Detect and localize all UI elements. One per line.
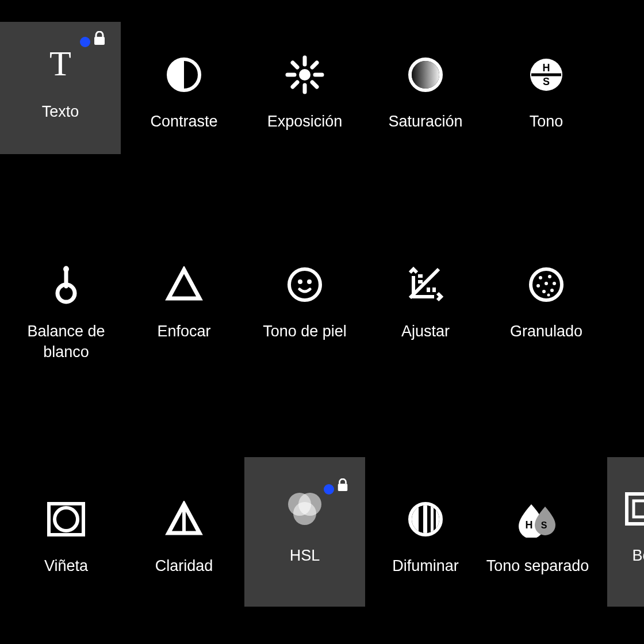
sharpen-icon (164, 259, 204, 310)
svg-rect-50 (423, 505, 427, 533)
svg-text:T: T (49, 45, 71, 83)
svg-point-37 (550, 289, 554, 292)
svg-rect-57 (627, 494, 644, 524)
svg-rect-58 (634, 501, 644, 517)
hsl-icon (283, 483, 326, 535)
tool-label: Texto (42, 101, 79, 122)
svg-rect-1 (94, 37, 105, 45)
svg-point-22 (289, 269, 320, 300)
tone-icon: H S (528, 49, 565, 101)
lock-icon (336, 478, 349, 492)
tool-label: Saturación (388, 111, 462, 132)
badge-dot-icon (80, 37, 90, 47)
split-tone-icon: H S (515, 493, 560, 545)
tool-saturacion[interactable]: Saturación (365, 32, 486, 132)
svg-rect-49 (419, 505, 423, 533)
contrast-icon (166, 49, 202, 101)
clarity-icon (164, 493, 204, 545)
svg-point-38 (547, 294, 550, 297)
grain-icon (528, 259, 565, 310)
svg-text:H: H (543, 62, 550, 74)
skin-tone-icon (286, 259, 323, 310)
svg-line-10 (312, 63, 317, 67)
tool-balance-blanco[interactable]: Balance de blanco (6, 241, 126, 363)
tool-ajustar[interactable]: Ajustar (365, 241, 486, 342)
tool-claridad[interactable]: Claridad (124, 476, 244, 576)
exposure-icon (284, 49, 325, 101)
tool-tono-piel[interactable]: Tono de piel (244, 241, 365, 342)
tool-label: Tono separado (486, 555, 589, 576)
crop-icon (623, 483, 644, 535)
svg-point-34 (536, 284, 540, 288)
svg-point-24 (307, 279, 312, 284)
fade-icon (407, 493, 444, 545)
tool-tono[interactable]: H S Tono (486, 32, 607, 132)
adjust-icon (405, 259, 446, 310)
tool-bo[interactable]: Bo (607, 457, 644, 607)
tool-difuminar[interactable]: Difuminar (365, 476, 486, 576)
svg-point-36 (542, 290, 546, 293)
tool-hsl[interactable]: HSL (244, 457, 365, 607)
saturation-icon (407, 49, 444, 101)
svg-point-31 (539, 276, 542, 279)
tool-label: Granulado (510, 321, 582, 342)
tool-label: Tono (530, 111, 564, 132)
badge-dot-icon (324, 484, 334, 494)
tool-label: Viñeta (44, 555, 88, 576)
svg-rect-14 (412, 61, 439, 89)
tool-label: Exposición (267, 111, 343, 132)
svg-point-32 (548, 275, 551, 278)
svg-text:S: S (541, 520, 547, 530)
svg-point-3 (299, 69, 310, 80)
tool-label: Contraste (150, 111, 217, 132)
tool-texto[interactable]: T Texto (0, 22, 121, 154)
tool-label: HSL (290, 545, 320, 566)
svg-point-23 (298, 279, 302, 284)
svg-rect-51 (427, 505, 431, 533)
svg-rect-52 (431, 505, 434, 533)
vignette-icon (47, 493, 86, 545)
tool-label: Claridad (155, 555, 213, 576)
text-icon: T (41, 39, 80, 91)
svg-line-11 (293, 82, 297, 87)
svg-point-33 (553, 282, 556, 285)
tool-exposicion[interactable]: Exposición (244, 32, 365, 132)
svg-line-8 (293, 63, 297, 67)
tool-label: Ajustar (401, 321, 450, 342)
svg-text:S: S (543, 76, 550, 87)
tool-label: Balance de blanco (27, 321, 105, 363)
svg-rect-45 (338, 484, 348, 491)
tool-enfocar[interactable]: Enfocar (124, 241, 244, 342)
svg-text:H: H (526, 519, 533, 531)
svg-point-21 (63, 266, 69, 272)
tool-label: Difuminar (392, 555, 459, 576)
tool-granulado[interactable]: Granulado (486, 241, 607, 342)
tool-label: Enfocar (157, 321, 210, 342)
lock-icon (93, 31, 106, 46)
tool-label: Tono de piel (263, 321, 347, 342)
tool-vineta[interactable]: Viñeta (6, 476, 126, 576)
tool-label: Bo (632, 545, 644, 566)
svg-point-40 (55, 508, 78, 531)
tool-tono-separado[interactable]: H S Tono separado (471, 476, 604, 576)
tool-contraste[interactable]: Contraste (124, 32, 244, 132)
svg-point-44 (293, 502, 316, 525)
tool-grid: T Texto Contraste (0, 0, 644, 644)
white-balance-icon (52, 259, 80, 310)
svg-line-9 (312, 82, 317, 87)
svg-point-35 (545, 282, 548, 285)
